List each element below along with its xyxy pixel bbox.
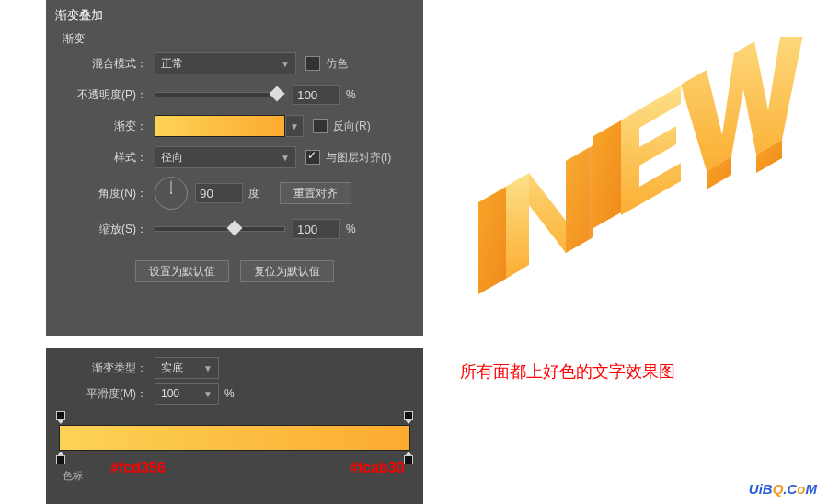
svg-marker-0 — [478, 187, 506, 294]
opacity-row: 不透明度(P)： % — [46, 80, 423, 109]
svg-marker-5 — [593, 120, 621, 228]
slider-thumb[interactable] — [227, 221, 243, 236]
svg-marker-6 — [621, 86, 681, 215]
align-label: 与图层对齐(I) — [326, 150, 391, 166]
svg-marker-1 — [506, 173, 529, 279]
style-select[interactable]: 径向 ▼ — [155, 146, 296, 168]
watermark: UiBQ.CoM — [749, 481, 817, 497]
hex-right-annotation: #fcab30 — [350, 460, 405, 476]
dither-label: 仿色 — [326, 56, 348, 72]
opacity-stop-right[interactable] — [404, 413, 413, 424]
color-stop-right[interactable] — [404, 452, 413, 463]
smoothness-label: 平滑度(M)： — [46, 386, 155, 402]
gradient-bar[interactable] — [59, 425, 410, 451]
angle-dial[interactable] — [155, 177, 188, 210]
scale-slider[interactable] — [155, 226, 285, 232]
text-effect-preview — [451, 37, 819, 349]
style-row: 样式： 径向 ▼ 与图层对齐(I) — [46, 143, 423, 172]
reverse-checkbox[interactable] — [313, 119, 328, 133]
gradient-type-value: 实底 — [161, 361, 183, 376]
angle-label: 角度(N)： — [46, 186, 155, 201]
color-stop-left[interactable] — [56, 452, 65, 463]
style-label: 样式： — [46, 150, 155, 166]
blend-mode-value: 正常 — [161, 56, 183, 72]
chevron-down-icon: ▼ — [203, 363, 213, 373]
chevron-down-icon: ▼ — [281, 59, 290, 69]
smoothness-row: 平滑度(M)： 100 ▼ % — [46, 381, 423, 407]
angle-input[interactable] — [195, 183, 243, 203]
dither-checkbox[interactable] — [305, 56, 320, 71]
gradient-type-label: 渐变类型： — [46, 361, 155, 376]
reset-default-button[interactable]: 复位为默认值 — [240, 260, 334, 282]
blend-mode-row: 混合模式： 正常 ▼ 仿色 — [46, 49, 423, 78]
blend-mode-label: 混合模式： — [46, 56, 155, 72]
reset-align-button[interactable]: 重置对齐 — [280, 182, 351, 204]
angle-row: 角度(N)： 度 重置对齐 — [46, 174, 423, 212]
chevron-down-icon: ▼ — [290, 121, 299, 132]
svg-marker-3 — [566, 145, 593, 253]
panel-title: 渐变叠加 — [46, 0, 423, 31]
align-checkbox[interactable] — [305, 150, 320, 165]
chevron-down-icon: ▼ — [281, 153, 290, 163]
hex-left-annotation: #fcd356 — [110, 460, 166, 476]
opacity-stop-left[interactable] — [56, 413, 65, 424]
opacity-unit: % — [346, 88, 356, 101]
slider-thumb[interactable] — [270, 86, 285, 102]
scale-label: 缩放(S)： — [46, 222, 155, 237]
default-buttons: 设置为默认值 复位为默认值 — [46, 260, 423, 282]
preview-caption: 所有面都上好色的文字效果图 — [460, 361, 675, 383]
smoothness-select[interactable]: 100 ▼ — [155, 383, 219, 405]
reverse-label: 反向(R) — [333, 119, 371, 134]
panel-subtitle: 渐变 — [46, 31, 423, 47]
gradient-row: 渐变： ▼ 反向(R) — [46, 111, 423, 141]
gradient-type-select[interactable]: 实底 ▼ — [155, 357, 219, 379]
gradient-dropdown[interactable]: ▼ — [285, 115, 304, 137]
gradient-type-row: 渐变类型： 实底 ▼ — [46, 348, 423, 381]
scale-unit: % — [346, 223, 356, 235]
style-value: 径向 — [161, 150, 183, 166]
smoothness-unit: % — [224, 387, 235, 400]
scale-input[interactable] — [293, 219, 340, 239]
gradient-preview[interactable] — [155, 115, 285, 137]
opacity-label: 不透明度(P)： — [46, 87, 155, 103]
opacity-input[interactable] — [293, 85, 340, 105]
gradient-label: 渐变： — [46, 119, 155, 134]
scale-row: 缩放(S)： % — [46, 214, 423, 244]
opacity-slider[interactable] — [155, 92, 285, 97]
gradient-editor-panel: 渐变类型： 实底 ▼ 平滑度(M)： 100 ▼ % #fcd356 #fcab… — [46, 348, 423, 504]
smoothness-value: 100 — [161, 387, 179, 400]
set-default-button[interactable]: 设置为默认值 — [135, 260, 229, 282]
gradient-overlay-panel: 渐变叠加 渐变 混合模式： 正常 ▼ 仿色 不透明度(P)： % 渐变： ▼ 反… — [46, 0, 423, 336]
chevron-down-icon: ▼ — [203, 389, 213, 399]
angle-unit: 度 — [248, 186, 259, 201]
blend-mode-select[interactable]: 正常 ▼ — [155, 52, 296, 74]
